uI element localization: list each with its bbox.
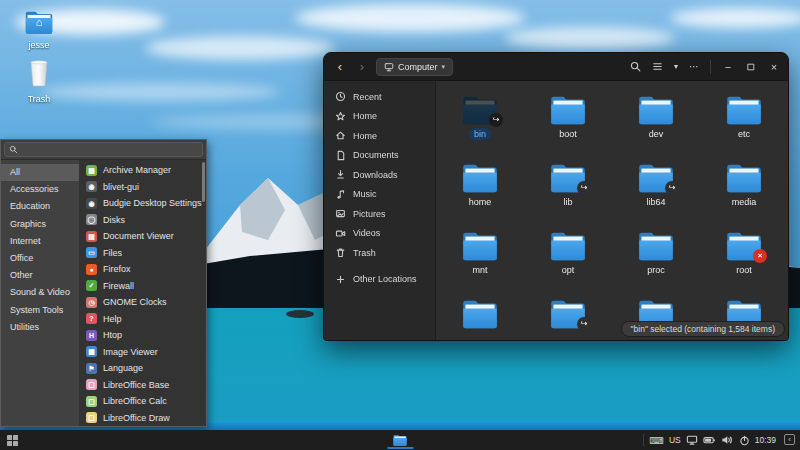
desktop-icon-jesse[interactable]: ⌂ jesse xyxy=(12,10,66,50)
forward-button[interactable]: › xyxy=(354,54,370,80)
search-button[interactable] xyxy=(630,61,641,72)
category-utilities[interactable]: Utilities xyxy=(1,319,79,336)
folder-item[interactable]: ↪ xyxy=(524,290,612,341)
app-item-image-viewer[interactable]: ▦Image Viewer xyxy=(79,344,206,361)
app-item-archive-manager[interactable]: ▤Archive Manager xyxy=(79,162,206,179)
app-label: Htop xyxy=(103,330,122,340)
category-other[interactable]: Other xyxy=(1,267,79,284)
app-item-libreoffice-draw[interactable]: ▢LibreOffice Draw xyxy=(79,410,206,427)
app-item-firewall[interactable]: ✓Firewall xyxy=(79,278,206,295)
folder-item-boot[interactable]: boot xyxy=(524,86,612,154)
keyboard-layout-indicator[interactable]: US xyxy=(669,435,681,445)
list-view-icon xyxy=(652,61,663,72)
view-options-button[interactable]: ▾ xyxy=(674,62,678,71)
category-education[interactable]: Education xyxy=(1,198,79,215)
computer-icon xyxy=(384,62,394,72)
folder-label: proc xyxy=(642,264,670,276)
app-label: Help xyxy=(103,314,122,324)
app-item-htop[interactable]: HHtop xyxy=(79,327,206,344)
menu-more-button[interactable]: ⋯ xyxy=(689,61,699,72)
app-item-blivet-gui[interactable]: ◉blivet-gui xyxy=(79,179,206,196)
category-all[interactable]: All xyxy=(1,164,79,181)
app-item-budgie-desktop-settings[interactable]: ◉Budgie Desktop Settings xyxy=(79,195,206,212)
app-item-disks[interactable]: ◯Disks xyxy=(79,212,206,229)
trash-can-icon xyxy=(28,60,50,92)
app-item-document-viewer[interactable]: ▤Document Viewer xyxy=(79,228,206,245)
folder-item-bin[interactable]: ↪ bin xyxy=(436,86,524,154)
folder-item-etc[interactable]: etc xyxy=(700,86,788,154)
sidebar-item-other-locations[interactable]: Other Locations xyxy=(324,270,435,290)
folder-label: home xyxy=(464,196,497,208)
sidebar-item-documents[interactable]: Documents xyxy=(324,146,435,166)
folder-label: lib xyxy=(558,196,577,208)
folder-item-home[interactable]: home xyxy=(436,154,524,222)
sidebar-item-music[interactable]: Music xyxy=(324,185,435,205)
folder-item-lib64[interactable]: ↪lib64 xyxy=(612,154,700,222)
taskbar: ⌨ US 10:39 ‹ xyxy=(0,430,800,450)
app-menu-button[interactable] xyxy=(7,435,18,446)
category-internet[interactable]: Internet xyxy=(1,233,79,250)
folder-item-opt[interactable]: opt xyxy=(524,222,612,290)
back-button[interactable]: ‹ xyxy=(332,54,348,80)
divider xyxy=(710,60,711,74)
category-accessories[interactable]: Accessories xyxy=(1,181,79,198)
volume-icon[interactable] xyxy=(721,434,734,446)
taskbar-files-button[interactable] xyxy=(393,430,408,450)
app-item-firefox[interactable]: ●Firefox xyxy=(79,261,206,278)
app-label: Document Viewer xyxy=(103,231,174,241)
app-label: LibreOffice Calc xyxy=(103,396,167,406)
symlink-emblem-icon: ↪ xyxy=(489,113,503,127)
folder-item-dev[interactable]: dev xyxy=(612,86,700,154)
category-graphics[interactable]: Graphics xyxy=(1,216,79,233)
folder-label: mnt xyxy=(467,264,492,276)
sidebar-item-trash[interactable]: Trash xyxy=(324,243,435,263)
sidebar-item-starred[interactable]: Home xyxy=(324,107,435,127)
app-label: Firefox xyxy=(103,264,131,274)
sidebar-item-recent[interactable]: Recent xyxy=(324,87,435,107)
sidebar-item-videos[interactable]: Videos xyxy=(324,224,435,244)
sidebar-item-pictures[interactable]: Pictures xyxy=(324,204,435,224)
category-sound-video[interactable]: Sound & Video xyxy=(1,284,79,301)
folder-item-media[interactable]: media xyxy=(700,154,788,222)
menu-app-list: ▤Archive Manager ◉blivet-gui ◉Budgie Des… xyxy=(79,160,206,426)
folder-item-proc[interactable]: proc xyxy=(612,222,700,290)
app-item-help[interactable]: ?Help xyxy=(79,311,206,328)
power-icon[interactable] xyxy=(739,435,750,446)
close-button[interactable]: × xyxy=(768,61,780,73)
menu-scrollbar[interactable] xyxy=(202,162,205,202)
category-office[interactable]: Office xyxy=(1,250,79,267)
app-item-files[interactable]: ▭Files xyxy=(79,245,206,262)
search-icon xyxy=(630,61,641,72)
clock[interactable]: 10:39 xyxy=(755,435,776,445)
htop-icon: H xyxy=(86,330,97,341)
menu-search-input[interactable] xyxy=(4,142,203,157)
desktop-icon-label: Trash xyxy=(12,94,66,104)
display-icon[interactable] xyxy=(686,434,698,446)
location-button[interactable]: Computer ▾ xyxy=(376,58,453,76)
maximize-button[interactable] xyxy=(745,63,757,71)
app-item-libreoffice-base[interactable]: ▢LibreOffice Base xyxy=(79,377,206,394)
tray-expander-button[interactable]: ‹ xyxy=(784,434,795,445)
app-item-language[interactable]: ⚑Language xyxy=(79,360,206,377)
folder-item-mnt[interactable]: mnt xyxy=(436,222,524,290)
desktop-icon-trash[interactable]: Trash xyxy=(12,60,66,104)
sidebar-label: Documents xyxy=(353,150,399,160)
image-viewer-icon: ▦ xyxy=(86,346,97,357)
desktop-icon-label: jesse xyxy=(12,40,66,50)
app-item-gnome-clocks[interactable]: ◷GNOME Clocks xyxy=(79,294,206,311)
folder-item-root[interactable]: ×root xyxy=(700,222,788,290)
folder-label: dev xyxy=(644,128,669,140)
sidebar-item-home[interactable]: Home xyxy=(324,126,435,146)
category-system-tools[interactable]: System Tools xyxy=(1,302,79,319)
sidebar-item-downloads[interactable]: Downloads xyxy=(324,165,435,185)
star-icon xyxy=(335,111,346,122)
app-item-libreoffice-calc[interactable]: ▢LibreOffice Calc xyxy=(79,393,206,410)
sidebar-label: Home xyxy=(353,131,377,141)
folder-label: root xyxy=(731,264,757,276)
minimize-button[interactable]: − xyxy=(722,61,734,73)
battery-icon[interactable] xyxy=(703,434,716,446)
view-list-button[interactable] xyxy=(652,61,663,72)
folder-item[interactable] xyxy=(436,290,524,341)
folder-item-lib[interactable]: ↪lib xyxy=(524,154,612,222)
menu-search-row xyxy=(1,140,206,160)
